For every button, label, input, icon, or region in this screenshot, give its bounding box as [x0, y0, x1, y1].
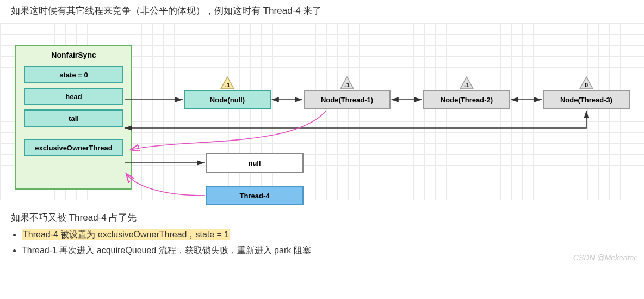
- badge-node-null: -1: [220, 76, 235, 90]
- field-state: state = 0: [24, 66, 123, 83]
- outro-text: 如果不巧又被 Thread-4 占了先: [0, 200, 644, 225]
- node-thread-2: Node(Thread-2): [423, 90, 510, 109]
- badge-node-1-value: -1: [344, 82, 350, 88]
- bullet-2: Thread-1 再次进入 acquireQueued 流程，获取锁失败，重新进…: [22, 245, 644, 257]
- sync-title: NonfairSync: [16, 46, 131, 62]
- field-head: head: [24, 88, 123, 105]
- badge-node-3-value: 0: [585, 82, 588, 88]
- bullet-1: Thread-4 被设置为 exclusiveOwnerThread，state…: [22, 229, 644, 241]
- bullet-1-text: Thread-4 被设置为 exclusiveOwnerThread，state…: [22, 229, 230, 240]
- node-owner-null: null: [206, 153, 304, 173]
- nonfair-sync-box: NonfairSync state = 0 head tail exclusiv…: [15, 45, 132, 190]
- field-owner: exclusiveOwnerThread: [24, 139, 123, 156]
- diagram: NonfairSync state = 0 head tail exclusiv…: [0, 23, 644, 200]
- node-null: Node(null): [184, 90, 271, 109]
- bullet-list: Thread-4 被设置为 exclusiveOwnerThread，state…: [5, 229, 644, 257]
- node-thread-1: Node(Thread-1): [304, 90, 391, 109]
- badge-node-null-value: -1: [225, 82, 230, 88]
- node-thread-4: Thread-4: [206, 186, 304, 205]
- badge-node-3: 0: [579, 76, 594, 90]
- node-thread-3: Node(Thread-3): [543, 90, 630, 109]
- field-tail: tail: [24, 109, 123, 127]
- badge-node-2-value: -1: [464, 82, 469, 88]
- intro-text: 如果这时候有其它线程来竞争（非公平的体现），例如这时有 Thread-4 来了: [0, 0, 644, 23]
- badge-node-1: -1: [339, 76, 355, 90]
- watermark: CSDN @Mekeater: [573, 253, 636, 261]
- badge-node-2: -1: [459, 76, 474, 90]
